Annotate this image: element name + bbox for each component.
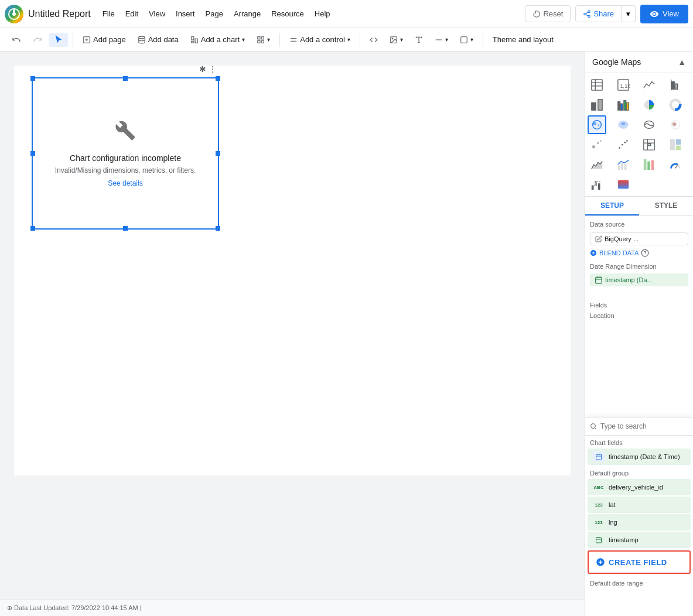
svg-rect-13 [191, 41, 193, 43]
chart-type-scatter-bubble[interactable] [588, 135, 606, 154]
menu-help[interactable]: Help [310, 7, 335, 20]
menu-file[interactable]: File [98, 7, 120, 20]
text-button[interactable] [410, 33, 428, 46]
panel-header: Google Maps ▲ [585, 52, 693, 73]
share-button[interactable]: Share [575, 5, 622, 22]
chart-type-table[interactable] [588, 76, 606, 94]
chart-type-pie[interactable] [640, 95, 658, 114]
svg-point-46 [598, 124, 600, 126]
code-button[interactable] [365, 33, 383, 46]
svg-line-6 [586, 12, 588, 13]
svg-point-54 [619, 147, 620, 149]
chart-type-gauge[interactable] [666, 155, 685, 174]
svg-rect-62 [670, 139, 674, 150]
chart-type-pivot[interactable] [640, 135, 658, 154]
chart-type-scorecard[interactable]: 1,168 [614, 76, 633, 94]
chart-type-treemap[interactable] [666, 135, 685, 154]
resize-handle-middleleft[interactable] [30, 151, 35, 156]
top-bar: Untitled Report File Edit View Insert Pa… [0, 0, 693, 28]
panel-collapse-button[interactable]: ▲ [678, 57, 686, 67]
share-caret-button[interactable]: ▾ [622, 5, 636, 22]
add-page-button[interactable]: Add page [78, 33, 131, 46]
blend-data-button[interactable]: BLEND DATA [590, 249, 639, 256]
abc-icon: ABC [592, 482, 605, 492]
resize-handle-topcenter[interactable] [123, 76, 128, 81]
field-lng[interactable]: 123 lng [588, 514, 691, 531]
menu-page[interactable]: Page [201, 7, 228, 20]
chart-type-geo-fill[interactable] [614, 115, 633, 134]
add-control-button[interactable]: Add a control ▾ [285, 33, 355, 46]
grid-button[interactable]: ▾ [252, 33, 275, 46]
chart-type-geo-heat[interactable] [666, 115, 685, 134]
field-timestamp[interactable]: timestamp [588, 532, 691, 548]
resize-handle-bottomleft[interactable] [30, 226, 35, 231]
wrench-icon [115, 120, 136, 146]
chart-type-donut[interactable] [666, 95, 685, 114]
svg-rect-25 [461, 36, 467, 43]
see-details-link[interactable]: See details [108, 179, 142, 187]
chart-type-waterfall[interactable] [588, 175, 606, 194]
spacer [585, 288, 693, 297]
shape-button[interactable]: ▾ [455, 33, 478, 46]
svg-rect-14 [258, 36, 260, 39]
menu-arrange[interactable]: Arrange [229, 7, 265, 20]
chart-field-timestamp[interactable]: timestamp (Date & Time) [588, 449, 691, 465]
chart-type-gradient-bar[interactable] [614, 175, 633, 194]
resize-handle-topright[interactable] [216, 76, 220, 81]
image-button[interactable]: ▾ [385, 33, 408, 46]
view-button[interactable]: View [640, 5, 688, 23]
line-button[interactable]: ▾ [430, 33, 453, 46]
chart-type-bar-side[interactable] [666, 76, 685, 94]
lng-icon: 123 [592, 517, 605, 528]
reset-button[interactable]: Reset [525, 5, 571, 22]
select-tool-button[interactable] [49, 33, 68, 47]
resize-handle-topleft[interactable] [30, 76, 35, 81]
chart-widget[interactable]: ✱ ⋮ Chart con [32, 77, 219, 230]
chart-type-timeseries[interactable] [640, 76, 658, 94]
undo-button[interactable] [7, 33, 26, 47]
chart-type-area[interactable] [588, 155, 606, 174]
widget-pin-button[interactable]: ✱ [199, 64, 206, 74]
chart-type-line-combo[interactable] [614, 155, 633, 174]
svg-point-2 [588, 11, 590, 13]
svg-rect-70 [651, 160, 654, 170]
bigquery-source-button[interactable]: BigQuery ... [590, 232, 688, 245]
blend-row: BLEND DATA [585, 248, 693, 258]
chart-type-stacked-bar[interactable] [640, 155, 658, 174]
svg-point-84 [591, 424, 596, 429]
chart-type-bar-grouped[interactable] [614, 95, 633, 114]
svg-rect-63 [675, 139, 680, 145]
resize-handle-bottomcenter[interactable] [123, 226, 128, 231]
svg-rect-66 [621, 162, 623, 170]
source-row: BigQuery ... [585, 230, 693, 248]
menu-view[interactable]: View [144, 7, 170, 20]
menu-insert[interactable]: Insert [171, 7, 200, 20]
menu-edit[interactable]: Edit [121, 7, 143, 20]
theme-layout-button[interactable]: Theme and layout [488, 33, 558, 46]
chart-type-geo-bubble[interactable] [588, 115, 606, 134]
field-delivery-vehicle-id[interactable]: ABC delivery_vehicle_id [588, 479, 691, 495]
add-data-button[interactable]: Add data [133, 33, 183, 46]
timestamp-label: timestamp [609, 536, 639, 543]
chart-incomplete-subtitle: Invalid/Missing dimensions, metrics, or … [55, 166, 196, 174]
tab-setup[interactable]: SETUP [585, 197, 639, 215]
resize-handle-middleright[interactable] [216, 151, 220, 156]
svg-rect-74 [598, 183, 600, 190]
tab-style[interactable]: STYLE [639, 197, 693, 215]
create-field-button[interactable]: CREATE FIELD [588, 550, 691, 574]
chart-content: Chart configuration incomplete Invalid/M… [33, 78, 218, 228]
chart-type-bar[interactable] [588, 95, 606, 114]
field-search-input[interactable] [600, 422, 688, 430]
chart-type-scatter[interactable] [614, 135, 633, 154]
field-lat[interactable]: 123 lat [588, 497, 691, 513]
redo-button[interactable] [28, 33, 47, 47]
add-chart-button[interactable]: Add a chart ▾ [186, 33, 250, 46]
menu-resource[interactable]: Resource [267, 7, 309, 20]
blend-help-icon[interactable] [641, 249, 649, 257]
chart-type-geo-lines[interactable] [640, 115, 658, 134]
timestamp-dim-field[interactable]: timestamp (Da... [590, 273, 688, 286]
widget-menu-button[interactable]: ⋮ [209, 64, 217, 74]
fields-label: Fields [585, 297, 693, 311]
resize-handle-bottomright[interactable] [216, 226, 220, 231]
svg-rect-12 [195, 39, 197, 43]
